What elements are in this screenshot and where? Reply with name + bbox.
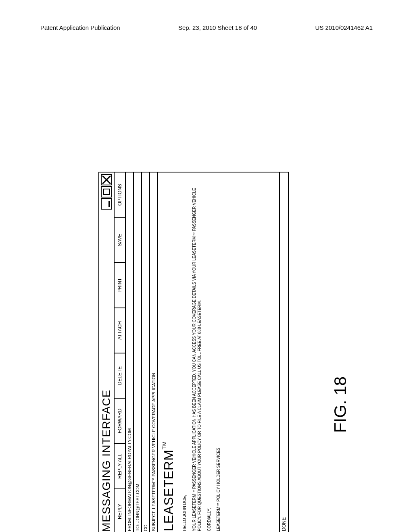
cc-field: CC: xyxy=(142,172,150,532)
header-right: US 2010/0241462 A1 xyxy=(315,24,373,31)
toolbar: REPLY REPLY ALL FORWARD DELETE ATTACH PR… xyxy=(115,172,126,532)
brand-name: LEASETERM xyxy=(161,449,176,531)
delete-button[interactable]: DELETE xyxy=(115,353,125,398)
from-field: FROM: INFORMATION@GENERALROYALTY.COM xyxy=(126,172,134,532)
titlebar: MESSAGING INTERFACE xyxy=(99,172,115,532)
window-controls xyxy=(101,174,112,210)
signature-text: LEASETERM™ POLICY HOLDER SERVICES xyxy=(216,175,221,531)
greeting-text: HELLO JOHN DOE, xyxy=(182,175,188,531)
maximize-icon[interactable] xyxy=(101,186,112,197)
closing-text: CORDIALLY, xyxy=(206,175,212,531)
print-button[interactable]: PRINT xyxy=(115,262,125,308)
figure-label: FIG. 18 xyxy=(331,376,350,433)
messaging-window: MESSAGING INTERFACE REPLY REPLY ALL FORW… xyxy=(98,172,289,532)
figure-container: MESSAGING INTERFACE REPLY REPLY ALL FORW… xyxy=(98,172,289,532)
body-paragraph: YOUR LEASETERM™ PASSENGER VEHICLE APPLIC… xyxy=(192,175,202,531)
minimize-icon[interactable] xyxy=(101,198,112,210)
close-icon[interactable] xyxy=(101,174,112,185)
header-center: Sep. 23, 2010 Sheet 18 of 40 xyxy=(178,24,257,31)
brand-logo: LEASETERMTM xyxy=(161,175,176,531)
forward-button[interactable]: FORWARD xyxy=(115,398,125,443)
brand-tm: TM xyxy=(161,441,167,449)
save-button[interactable]: SAVE xyxy=(115,217,125,262)
to-field: TO: JOHN@TEST.COM xyxy=(134,172,142,532)
subject-field: SUBJECT: LEASETERM™ PASSENGER VEHICLE CO… xyxy=(150,172,158,532)
window-title: MESSAGING INTERFACE xyxy=(100,390,113,532)
attach-button[interactable]: ATTACH xyxy=(115,308,125,353)
page-header: Patent Application Publication Sep. 23, … xyxy=(0,0,413,35)
reply-button[interactable]: REPLY xyxy=(115,488,125,532)
reply-all-button[interactable]: REPLY ALL xyxy=(115,443,125,488)
message-body: LEASETERMTM HELLO JOHN DOE, YOUR LEASETE… xyxy=(158,172,279,532)
options-button[interactable]: OPTIONS xyxy=(115,172,125,217)
status-bar: DONE xyxy=(279,172,288,532)
status-done: DONE xyxy=(281,517,287,531)
header-left: Patent Application Publication xyxy=(40,24,120,31)
